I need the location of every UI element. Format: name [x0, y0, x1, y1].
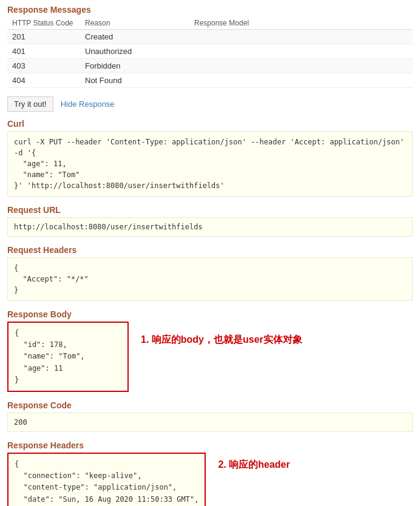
response-body-title: Response Body [7, 309, 413, 319]
response-body-annotation: 1. 响应的body，也就是user实体对象 [141, 334, 302, 346]
curl-code-block: curl -X PUT --header 'Content-Type: appl… [7, 131, 413, 197]
response-body-section: Response Body { "id": 178, "name": "Tom"… [7, 309, 413, 392]
response-code-value: 200 [7, 413, 413, 432]
reason-forbidden: Forbidden [80, 59, 189, 73]
curl-title: Curl [7, 119, 413, 129]
table-row: 401 Unauthorized [7, 44, 413, 59]
col-header-status: HTTP Status Code [7, 17, 80, 30]
request-headers-title: Request Headers [7, 245, 413, 255]
model-401 [189, 44, 413, 59]
status-code-201: 201 [7, 30, 80, 44]
response-headers-annotation: 2. 响应的header [218, 459, 290, 471]
response-headers-title: Response Headers [7, 440, 413, 450]
page-wrapper: Response Messages HTTP Status Code Reaso… [0, 0, 420, 506]
col-header-model: Response Model [189, 17, 413, 30]
response-code-title: Response Code [7, 400, 413, 410]
status-code-404: 404 [7, 73, 80, 88]
response-code-section: Response Code 200 [7, 400, 413, 432]
reason-created: Created [80, 30, 189, 44]
model-404 [189, 73, 413, 88]
table-row: 201 Created [7, 30, 413, 44]
hide-response-link[interactable]: Hide Response [61, 100, 115, 109]
response-body-code: { "id": 178, "name": "Tom", "age": 11 } [7, 322, 129, 392]
response-headers-code: { "connection": "keep-alive", "content-t… [7, 453, 206, 506]
reason-not-found: Not Found [80, 73, 189, 88]
status-code-403: 403 [7, 59, 80, 73]
request-url-title: Request URL [7, 205, 413, 215]
request-headers-section: Request Headers { "Accept": "*/*" } [7, 245, 413, 301]
try-it-out-button[interactable]: Try it out! [7, 96, 53, 112]
status-code-401: 401 [7, 44, 80, 59]
col-header-reason: Reason [80, 17, 189, 30]
reason-unauthorized: Unauthorized [80, 44, 189, 59]
response-body-wrapper: { "id": 178, "name": "Tom", "age": 11 } … [7, 322, 413, 392]
table-row: 404 Not Found [7, 73, 413, 88]
table-row: 403 Forbidden [7, 59, 413, 73]
model-403 [189, 59, 413, 73]
request-url-section: Request URL http://localhost:8080/user/i… [7, 205, 413, 237]
response-messages-title: Response Messages [7, 5, 413, 15]
button-row: Try it out! Hide Response [7, 96, 413, 112]
curl-section: Curl curl -X PUT --header 'Content-Type:… [7, 119, 413, 197]
response-headers-wrapper: { "connection": "keep-alive", "content-t… [7, 453, 413, 506]
response-headers-section: Response Headers { "connection": "keep-a… [7, 440, 413, 506]
model-201 [189, 30, 413, 44]
request-url-value: http://localhost:8080/user/insertwithfie… [7, 217, 413, 237]
response-messages-table: HTTP Status Code Reason Response Model 2… [7, 17, 413, 88]
response-messages-section: Response Messages HTTP Status Code Reaso… [7, 5, 413, 88]
request-headers-code: { "Accept": "*/*" } [7, 257, 413, 301]
